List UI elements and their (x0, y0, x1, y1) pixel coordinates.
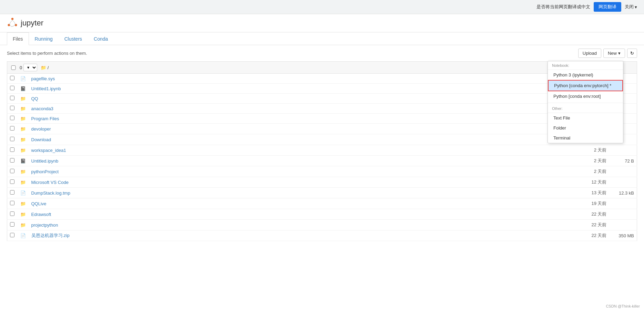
header: jupyter (0, 14, 644, 32)
translate-bar-text: 是否将当前网页翻译成中文 (536, 4, 590, 10)
file-date: 2 天前 (425, 166, 609, 177)
refresh-button[interactable]: ↻ (627, 49, 637, 58)
new-dropdown-menu: Notebook: Python 3 (ipykernel) Python [c… (548, 61, 623, 143)
table-row: 📁 devoloper 2 天前 (7, 124, 637, 134)
file-size (610, 209, 637, 220)
notebook-icon: 📓 (20, 86, 26, 91)
folder-icon: 📁 (20, 116, 26, 121)
dropdown-terminal-item[interactable]: Terminal (548, 133, 623, 143)
file-name-link[interactable]: devoloper (31, 126, 51, 132)
file-list-header: 0 ▾ 📁 / (7, 61, 637, 73)
file-name-link[interactable]: Download (31, 137, 51, 142)
row-checkbox[interactable] (10, 190, 14, 195)
file-name-link[interactable]: QQLive (31, 201, 47, 206)
file-date: 22 天前 (425, 230, 609, 241)
close-translate-chevron: ▾ (635, 4, 637, 10)
row-checkbox[interactable] (10, 137, 14, 141)
tab-running[interactable]: Running (29, 32, 59, 45)
row-checkbox[interactable] (10, 158, 14, 163)
file-name-link[interactable]: Untitled1.ipynb (31, 86, 61, 91)
row-checkbox[interactable] (10, 169, 14, 173)
new-button[interactable]: New ▾ (603, 49, 625, 58)
row-checkbox[interactable] (10, 147, 14, 152)
table-row: 📁 Microsoft VS Code 12 天前 (7, 177, 637, 188)
table-row: 📄 pagefile.sys (7, 74, 637, 84)
jupyter-logo-icon (7, 18, 18, 29)
notebook-icon: 📓 (20, 158, 26, 164)
file-name-link[interactable]: Untitled.ipynb (31, 158, 59, 164)
file-size (610, 198, 637, 209)
dropdown-root-item[interactable]: Python [conda env:root] (548, 91, 623, 101)
dropdown-python3-item[interactable]: Python 3 (ipykernel) (548, 70, 623, 80)
file-icon: 📄 (20, 76, 26, 81)
jupyter-logo-text: jupyter (21, 19, 43, 28)
file-date: 13 天前 (425, 188, 609, 198)
close-translate-button[interactable]: 关闭 ▾ (625, 4, 637, 10)
file-date: 2 天前 (425, 156, 609, 166)
toolbar-info-text: Select items to perform actions on them. (7, 51, 575, 56)
folder-icon: 📁 (20, 212, 26, 217)
file-name-link[interactable]: pagefile.sys (31, 76, 55, 81)
other-section-label: Other: (548, 104, 623, 113)
file-size (610, 220, 637, 230)
tab-clusters[interactable]: Clusters (59, 32, 88, 45)
folder-icon: 📁 (20, 201, 26, 206)
file-size (610, 177, 637, 188)
row-checkbox[interactable] (10, 222, 14, 227)
row-checkbox[interactable] (10, 96, 14, 100)
file-date: 2 天前 (425, 145, 609, 156)
file-icon: 📄 (20, 190, 26, 196)
file-name-link[interactable]: QQ (31, 96, 38, 101)
select-all-checkbox[interactable] (10, 65, 17, 70)
new-button-label: New (608, 51, 617, 56)
file-name-link[interactable]: anaconda3 (31, 106, 53, 111)
table-row: 📓 Untitled1.ipynb (7, 84, 637, 94)
file-name-link[interactable]: DumpStack.log.tmp (31, 190, 70, 196)
row-checkbox[interactable] (10, 86, 14, 90)
dropdown-divider (548, 103, 623, 103)
tab-conda[interactable]: Conda (88, 32, 114, 45)
toolbar-right: Upload New ▾ ↻ Notebook: Python 3 (ipyke… (578, 49, 637, 58)
file-name-link[interactable]: Program Files (31, 116, 59, 121)
row-checkbox[interactable] (10, 201, 14, 205)
folder-icon: 📁 (20, 169, 26, 174)
file-name-link[interactable]: projectpython (31, 222, 58, 228)
row-checkbox[interactable] (10, 116, 14, 120)
folder-icon: 📁 (41, 65, 46, 70)
row-checkbox[interactable] (10, 179, 14, 184)
file-date: 22 天前 (425, 209, 609, 220)
file-size (610, 145, 637, 156)
file-date: 22 天前 (425, 220, 609, 230)
folder-icon: 📁 (20, 180, 26, 185)
table-row: 📁 Download 2 天前 (7, 134, 637, 145)
file-icon: 📄 (20, 233, 26, 238)
table-row: 📁 QQ (7, 94, 637, 104)
table-row: 📁 anaconda3 (7, 104, 637, 114)
file-name-link[interactable]: Microsoft VS Code (31, 180, 69, 185)
file-actions-dropdown[interactable]: ▾ (23, 64, 37, 71)
file-count: 0 (20, 65, 22, 70)
translate-bar: 是否将当前网页翻译成中文 网页翻译 关闭 ▾ (0, 0, 644, 14)
row-checkbox[interactable] (10, 106, 14, 110)
row-checkbox[interactable] (10, 76, 14, 80)
folder-icon: 📁 (20, 96, 26, 101)
toolbar: Select items to perform actions on them.… (0, 45, 644, 61)
row-checkbox[interactable] (10, 126, 14, 131)
tab-files[interactable]: Files (7, 32, 29, 45)
file-name-link[interactable]: pythonProject (31, 169, 59, 174)
table-row: 📄 DumpStack.log.tmp 13 天前 12.3 kB (7, 188, 637, 198)
dropdown-folder-item[interactable]: Folder (548, 123, 623, 133)
upload-button[interactable]: Upload (578, 49, 601, 58)
file-name-link[interactable]: Edrawsoft (31, 212, 51, 217)
row-checkbox[interactable] (10, 211, 14, 216)
folder-icon: 📁 (20, 222, 26, 228)
table-row: 📁 Program Files (7, 114, 637, 124)
table-row: 📁 projectpython 22 天前 (7, 220, 637, 230)
dropdown-text-file-item[interactable]: Text File (548, 113, 623, 123)
folder-icon: 📁 (20, 126, 26, 132)
dropdown-pytorch-item[interactable]: Python [conda env:pytorch] * (548, 80, 623, 91)
translate-button[interactable]: 网页翻译 (594, 2, 621, 12)
row-checkbox[interactable] (10, 233, 14, 237)
file-name-link[interactable]: workspace_idea1 (31, 148, 66, 153)
file-name-link[interactable]: 吴恩达机器学习.zip (31, 233, 70, 238)
